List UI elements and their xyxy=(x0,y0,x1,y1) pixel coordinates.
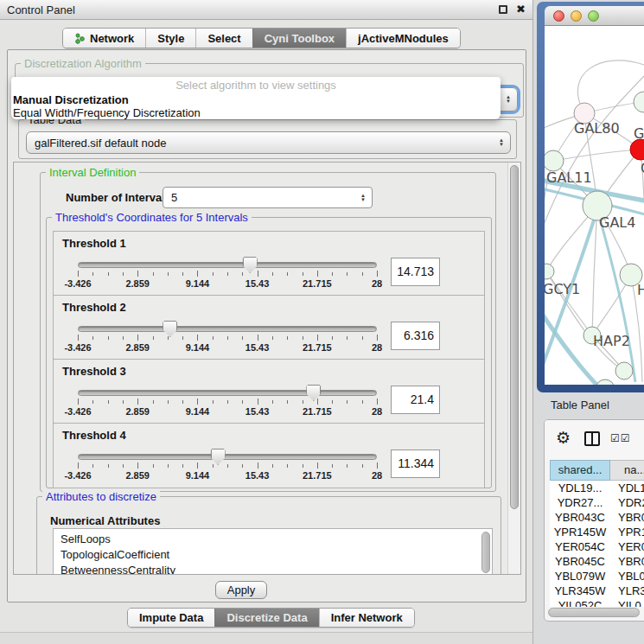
algorithm-popup-item[interactable]: Equal Width/Frequency Discretization xyxy=(11,106,501,119)
slider-scale-label: 28 xyxy=(372,278,382,289)
top-tabbar: Network Style Select Cyni Toolbox jActiv… xyxy=(62,28,461,48)
tab-select[interactable]: Select xyxy=(195,29,252,48)
slider-track[interactable] xyxy=(78,454,377,460)
tab-infer-network[interactable]: Infer Network xyxy=(319,609,414,627)
threshold-value-field[interactable]: 14.713 xyxy=(391,258,440,286)
columns-icon[interactable] xyxy=(584,431,600,446)
settings-scrollpane: Interval Definition Number of Intervals … xyxy=(13,162,521,575)
column-header-shared-name[interactable]: shared... xyxy=(550,460,610,481)
slider-tick xyxy=(287,400,288,404)
table-row[interactable]: YPR145WYPR1 xyxy=(550,525,644,539)
threshold-value-field[interactable]: 6.316 xyxy=(391,322,440,350)
gear-icon[interactable]: ⚙ xyxy=(556,428,571,448)
table-row[interactable]: YIL052CYIL0 xyxy=(550,598,644,607)
apply-button[interactable]: Apply xyxy=(215,581,267,599)
slider-track[interactable] xyxy=(78,390,377,396)
network-graph: GAL80GACGAL11GAL4GCY1HHAP2 xyxy=(545,26,644,385)
threshold-value-field[interactable]: 11.344 xyxy=(391,450,440,478)
attribute-list-item[interactable]: TopologicalCoefficient xyxy=(54,547,492,563)
scrollbar-thumb[interactable] xyxy=(510,165,519,509)
attribute-list-item[interactable]: SelfLoops xyxy=(54,532,492,547)
minimize-traffic-light[interactable] xyxy=(571,10,582,22)
slider-tick xyxy=(347,400,348,404)
slider-ticks xyxy=(78,462,377,469)
tab-impute-data[interactable]: Impute Data xyxy=(128,609,214,627)
slider-scale-label: 2.859 xyxy=(125,470,150,481)
tab-jactivemnodules[interactable]: jActiveMNodules xyxy=(346,29,460,48)
slider-tick xyxy=(377,271,378,277)
cell-name[interactable]: YDR2 xyxy=(610,495,644,510)
slider-track[interactable] xyxy=(78,326,377,332)
tab-style[interactable]: Style xyxy=(145,29,195,48)
threshold-slider[interactable]: -3.4262.8599.14415.4321.71528 xyxy=(78,454,377,485)
attribute-list-item[interactable]: BetweennessCentrality xyxy=(54,563,492,575)
cell-shared-name[interactable]: YER054C xyxy=(550,539,610,554)
slider-tick xyxy=(258,399,258,405)
cell-shared-name[interactable]: YDR27... xyxy=(550,495,610,510)
table-row[interactable]: YBL079WYBL0 xyxy=(550,569,644,583)
close-traffic-light[interactable] xyxy=(553,10,564,22)
cell-shared-name[interactable]: YBR043C xyxy=(550,510,610,525)
cell-name[interactable]: YLR3 xyxy=(610,583,644,598)
close-icon[interactable]: ✖ xyxy=(516,3,526,16)
network-node[interactable] xyxy=(634,92,644,112)
network-node[interactable] xyxy=(545,150,564,171)
cell-shared-name[interactable]: YLR345W xyxy=(550,583,610,598)
network-node[interactable] xyxy=(630,139,644,160)
slider-tick xyxy=(213,272,214,276)
network-edge[interactable] xyxy=(553,150,641,161)
table-row[interactable]: YDR27...YDR2 xyxy=(550,495,644,510)
threshold-slider[interactable]: -3.4262.8599.14415.4321.71528 xyxy=(78,390,377,421)
cell-name[interactable]: YBR0 xyxy=(610,554,644,569)
threshold-slider[interactable]: -3.4262.8599.14415.4321.71528 xyxy=(78,326,377,357)
threshold-slider[interactable]: -3.4262.8599.14415.4321.71528 xyxy=(78,262,377,293)
algorithm-prompt-item[interactable]: Select algorithm to view settings xyxy=(11,79,501,93)
column-header-name[interactable]: na... xyxy=(610,460,644,481)
cell-name[interactable]: YDL1 xyxy=(610,481,644,495)
cell-name[interactable]: YPR1 xyxy=(610,525,644,539)
attributes-scrollbar[interactable] xyxy=(481,532,490,573)
table-row[interactable]: YDL19...YDL1 xyxy=(550,481,644,495)
table-row[interactable]: YBR045CYBR0 xyxy=(550,554,644,569)
network-node[interactable] xyxy=(596,379,615,385)
float-window-icon[interactable] xyxy=(499,5,507,14)
tab-network[interactable]: Network xyxy=(63,29,145,48)
numerical-attributes-list[interactable]: SelfLoopsTopologicalCoefficientBetweenne… xyxy=(53,528,493,575)
network-node[interactable] xyxy=(615,362,633,379)
network-node[interactable] xyxy=(545,264,554,279)
cell-shared-name[interactable]: YBR045C xyxy=(550,554,610,569)
slider-scale-row: -3.4262.8599.14415.4321.71528 xyxy=(78,470,377,481)
tab-cyni-toolbox[interactable]: Cyni Toolbox xyxy=(252,29,346,48)
slider-tick xyxy=(123,400,124,404)
table-horizontal-scrollbar[interactable] xyxy=(548,608,640,617)
number-of-intervals-value: 5 xyxy=(171,191,177,204)
cell-shared-name[interactable]: YBL079W xyxy=(550,569,610,583)
number-of-intervals-combobox[interactable]: 5 ▲▼ xyxy=(163,187,373,208)
cell-name[interactable]: YIL0 xyxy=(610,598,644,607)
settings-vertical-scrollbar[interactable] xyxy=(507,163,520,574)
table-row[interactable]: YER054CYER0 xyxy=(550,539,644,554)
checkboxes-icon[interactable]: ☑☑ xyxy=(610,432,631,444)
slider-scale-label: 21.715 xyxy=(303,406,332,417)
cell-name[interactable]: YBR0 xyxy=(610,510,644,525)
number-of-intervals-label: Number of Intervals xyxy=(66,191,171,204)
algorithm-popup-item[interactable]: Manual Discretization xyxy=(11,93,501,106)
cell-shared-name[interactable]: YPR145W xyxy=(550,525,610,539)
threshold-value-field[interactable]: 21.4 xyxy=(391,386,440,414)
cell-name[interactable]: YER0 xyxy=(610,539,644,554)
network-edge-thick[interactable] xyxy=(597,209,635,382)
table-data-combobox[interactable]: galFiltered.sif default node ▲▼ xyxy=(26,131,511,154)
table-row[interactable]: YBR043CYBR0 xyxy=(550,510,644,525)
slider-track[interactable] xyxy=(78,262,377,268)
table-row[interactable]: YLR345WYLR3 xyxy=(550,583,644,598)
network-view-window[interactable]: GAL80GACGAL11GAL4GCY1HHAP2 xyxy=(537,2,644,392)
zoom-traffic-light[interactable] xyxy=(588,10,599,22)
slider-tick xyxy=(123,464,124,468)
tab-impute-data-label: Impute Data xyxy=(139,611,203,624)
tab-discretize-data[interactable]: Discretize Data xyxy=(214,609,318,627)
table-panel-window: ⚙ ☑☑ shared... na... YDL19...YDL1YDR27..… xyxy=(544,419,644,622)
cell-name[interactable]: YBL0 xyxy=(610,569,644,583)
cell-shared-name[interactable]: YIL052C xyxy=(550,598,610,607)
network-canvas[interactable]: GAL80GACGAL11GAL4GCY1HHAP2 xyxy=(545,26,644,385)
cell-shared-name[interactable]: YDL19... xyxy=(550,481,610,495)
